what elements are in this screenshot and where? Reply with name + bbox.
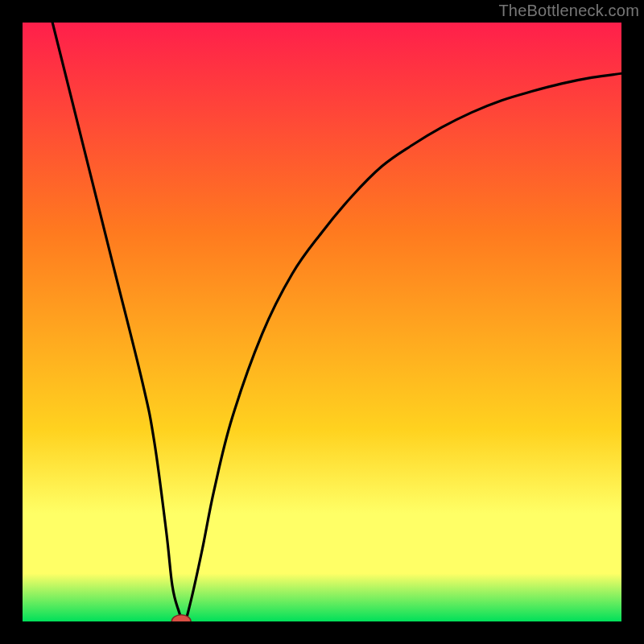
- gradient-background: [23, 23, 621, 621]
- chart-svg: [23, 23, 621, 621]
- plot-area: [23, 23, 621, 621]
- frame-border-bottom: [0, 621, 644, 644]
- chart-frame: TheBottleneck.com: [0, 0, 644, 644]
- frame-border-right: [621, 0, 644, 644]
- watermark-text: TheBottleneck.com: [498, 2, 639, 20]
- frame-border-left: [0, 0, 23, 644]
